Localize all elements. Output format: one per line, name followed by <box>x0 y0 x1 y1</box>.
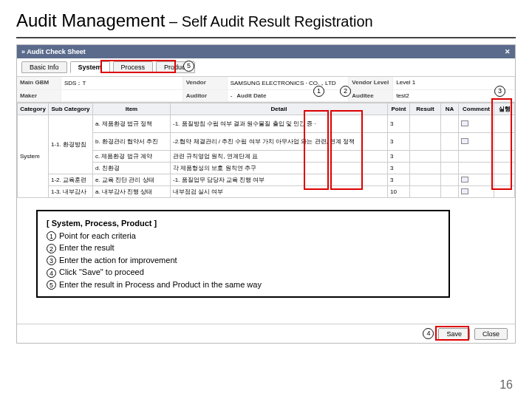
label-maker: Maker <box>17 90 61 102</box>
label-main-gbm: Main GBM <box>17 77 61 90</box>
comment-icon[interactable] <box>461 138 468 144</box>
cell-sub: 1-2. 교육훈련 <box>49 174 93 186</box>
cell-comment[interactable] <box>459 163 494 174</box>
slide-title-main: Audit Management <box>16 10 165 30</box>
value-maker <box>61 90 183 102</box>
cell-result[interactable] <box>410 115 441 133</box>
th-comment: Comment <box>459 103 494 115</box>
cell-item: e. 교육 진단 관리 상태 <box>93 174 171 186</box>
cell-point: 10 <box>388 186 410 198</box>
instruction-box: [ System, Process, Product ] 1Point for … <box>36 210 450 298</box>
cell-detail: -1. 품질업무 담당자 교육 진행 여부 <box>171 174 388 186</box>
cell-result[interactable] <box>410 163 441 174</box>
cell-comment[interactable] <box>459 115 494 133</box>
cell-detail: 관련 규칙영업 원칙, 연계단계 표 <box>171 151 388 163</box>
th-action: 실행 <box>494 103 515 115</box>
save-button[interactable]: Save <box>438 328 470 340</box>
page-number: 16 <box>499 378 513 392</box>
instruction-line: 5Enter the result in Process and Product… <box>47 279 440 291</box>
bottom-bar: 4 Save Close <box>17 324 515 343</box>
cell-point: 3 <box>388 163 410 174</box>
callout-2: 2 <box>340 86 351 97</box>
cell-point: 3 <box>388 174 410 186</box>
cell-category: System <box>18 115 49 198</box>
th-na: NA <box>441 103 459 115</box>
cell-action[interactable] <box>494 163 515 174</box>
cell-item: a. 내부감사 진행 상태 <box>93 186 171 198</box>
th-detail: Detail <box>171 103 388 115</box>
window-header: » Audit Check Sheet ✕ <box>17 45 515 58</box>
value-main-gbm: SDS：T <box>61 77 183 90</box>
cell-sub: 1-3. 내부감사 <box>49 186 93 198</box>
cell-na[interactable] <box>441 133 459 151</box>
cell-point: 3 <box>388 151 410 163</box>
cell-action[interactable] <box>494 133 515 151</box>
value-auditor: - <box>231 92 233 99</box>
table-row: 1-2. 교육훈련 e. 교육 진단 관리 상태 -1. 품질업무 담당자 교육… <box>18 174 515 186</box>
instruction-line: 1Point for each criteria <box>47 230 440 242</box>
cell-detail: -2.협약 체결관리 / 추진 수립 여부 가치 아무사업 와는 관련, 연계 … <box>171 133 388 151</box>
tab-row: Basic Info System Process Product 5 <box>17 58 515 77</box>
cell-na[interactable] <box>441 174 459 186</box>
cell-na[interactable] <box>441 115 459 133</box>
info-grid: Main GBM SDS：T Vendor SAMSUNG ELECTRONIC… <box>17 77 515 103</box>
label-vendor-level: Vendor Level <box>349 77 393 90</box>
cell-na[interactable] <box>441 163 459 174</box>
cell-na[interactable] <box>441 151 459 163</box>
close-icon[interactable]: ✕ <box>505 45 511 58</box>
slide-title: Audit Management – Self Audit Result Reg… <box>0 0 532 35</box>
cell-comment[interactable] <box>459 151 494 163</box>
cell-item: b. 환경관리 협약서 추진 <box>93 133 171 151</box>
instruction-line: 3Enter the action for improvement <box>47 254 440 267</box>
cell-action[interactable] <box>494 151 515 163</box>
th-result: Result <box>410 103 441 115</box>
table-body: System 1-1. 환경방침 a. 제품환경 법규 정책 -1. 품질방침 … <box>18 115 515 198</box>
comment-icon[interactable] <box>461 188 468 194</box>
cell-result[interactable] <box>410 174 441 186</box>
table-row: System 1-1. 환경방침 a. 제품환경 법규 정책 -1. 품질방침 … <box>18 115 515 133</box>
label-auditee: Auditee <box>349 90 393 102</box>
cell-item: c. 제품환경 법규 계약 <box>93 151 171 163</box>
table-row: 1-3. 내부감사 a. 내부감사 진행 상태 내부점검 실시 여부 10 <box>18 186 515 198</box>
audit-table: Category Sub Category Item Detail Point … <box>17 103 515 198</box>
callout-3: 3 <box>494 86 505 97</box>
cell-comment[interactable] <box>459 186 494 198</box>
tab-process[interactable]: Process <box>113 61 154 73</box>
th-category: Category <box>18 103 49 115</box>
tab-system[interactable]: System <box>70 61 110 73</box>
instruction-line: 4Click "Save" to proceed <box>47 266 440 279</box>
slide-title-sub: – Self Audit Result Registration <box>165 13 372 30</box>
window-title: » Audit Check Sheet <box>21 45 86 58</box>
cell-na[interactable] <box>441 186 459 198</box>
cell-result[interactable] <box>410 186 441 198</box>
app-frame: » Audit Check Sheet ✕ Basic Info System … <box>16 44 516 344</box>
title-rule <box>16 37 516 38</box>
instruction-line: 2Enter the result <box>47 242 440 254</box>
cell-action[interactable] <box>494 115 515 133</box>
cell-sub: 1-1. 환경방침 <box>49 115 93 174</box>
cell-detail: 각 제품형성의 보호 원칙연 추구 <box>171 163 388 174</box>
cell-action[interactable] <box>494 186 515 198</box>
callout-5: 5 <box>183 61 194 72</box>
th-point: Point <box>388 103 410 115</box>
cell-item: a. 제품환경 법규 정책 <box>93 115 171 133</box>
instruction-header: [ System, Process, Product ] <box>47 217 440 230</box>
cell-detail: 내부점검 실시 여부 <box>171 186 388 198</box>
cell-comment[interactable] <box>459 174 494 186</box>
label-vendor: Vendor <box>183 77 228 90</box>
cell-result[interactable] <box>410 151 441 163</box>
comment-icon[interactable] <box>461 120 468 126</box>
cell-comment[interactable] <box>459 133 494 151</box>
value-vendor: SAMSUNG ELECTRONICS · CO.，LTD <box>228 77 349 90</box>
cell-result[interactable] <box>410 133 441 151</box>
tab-basic-info[interactable]: Basic Info <box>21 61 67 73</box>
comment-icon[interactable] <box>461 177 468 183</box>
table-header-row: Category Sub Category Item Detail Point … <box>18 103 515 115</box>
callout-1: 1 <box>313 86 324 97</box>
cell-point: 3 <box>388 115 410 133</box>
close-button[interactable]: Close <box>474 328 508 340</box>
cell-point: 3 <box>388 133 410 151</box>
th-sub-category: Sub Category <box>49 103 93 115</box>
cell-action[interactable] <box>494 174 515 186</box>
cell-detail: -1. 품질방침 수립 여부 결과 원수물질 출입 및 민간 증 · <box>171 115 388 133</box>
